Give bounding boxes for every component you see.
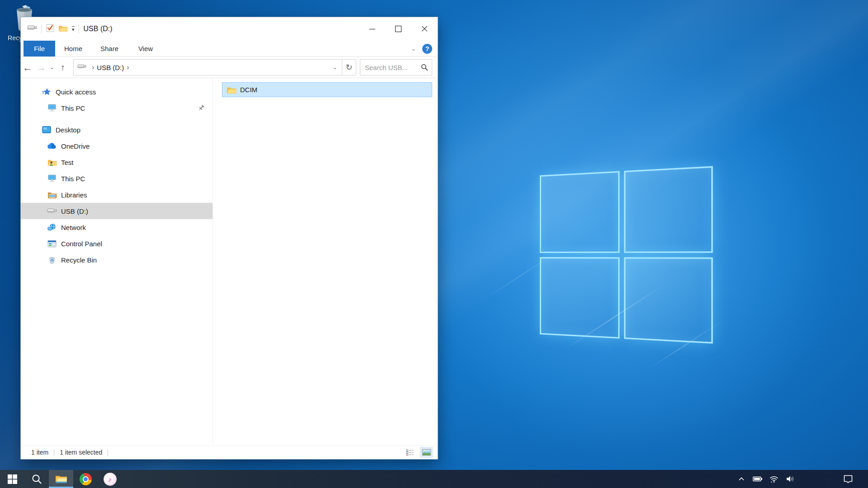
tray-wifi-button[interactable] [766,470,782,488]
address-drive-icon [77,63,86,71]
tab-home[interactable]: Home [55,41,91,56]
windows-logo-pane [540,171,619,253]
wifi-icon [769,474,779,484]
tray-battery-button[interactable] [750,470,766,488]
up-button[interactable]: ↑ [56,63,70,72]
windows-logo-pane [624,257,713,344]
taskbar-file-explorer-button[interactable] [49,470,73,488]
tab-view[interactable]: View [127,41,164,56]
drive-icon [27,25,37,33]
recent-locations-chevron[interactable]: ⌄ [48,64,56,70]
search-box[interactable] [360,59,432,75]
title-bar[interactable]: ▾ USB (D:) [21,17,438,41]
separator [79,24,79,33]
music-note-glyph: ♪ [108,475,112,483]
sidebar-item-network[interactable]: Network [21,219,212,235]
properties-check-icon[interactable] [46,23,54,34]
new-folder-icon[interactable] [58,24,68,34]
windows-logo-pane [540,257,619,339]
action-center-icon [842,473,854,485]
maximize-button[interactable] [385,17,411,41]
address-dropdown-chevron[interactable]: ⌄ [328,64,342,70]
start-button[interactable] [0,470,24,488]
desktop-icon [42,126,52,134]
large-icons-view-button[interactable] [420,447,432,457]
itunes-icon: ♪ [104,473,117,486]
file-explorer-window: ▾ USB (D:) File Home Share View ⌄ ? ← → [20,17,438,460]
windows-start-icon [8,474,17,484]
ribbon-tab-bar: File Home Share View ⌄ ? [21,41,438,57]
sidebar-item-control-panel[interactable]: Control Panel [21,235,212,252]
back-button[interactable]: ← [21,63,34,72]
sidebar-item-onedrive[interactable]: OneDrive [21,138,212,154]
close-button[interactable] [411,17,438,41]
breadcrumb-item[interactable]: USB (D:) [97,64,124,71]
sidebar-item-libraries[interactable]: Libraries [21,187,212,203]
sidebar-item-desktop[interactable]: Desktop [21,122,212,138]
sidebar-item-label: Recycle Bin [61,256,97,264]
refresh-button[interactable]: ↻ [342,59,356,75]
tray-show-hidden-icons-button[interactable] [733,470,750,488]
svg-text:♻: ♻ [50,258,53,263]
tab-share[interactable]: Share [91,41,127,56]
taskbar-search-button[interactable] [24,470,49,488]
thumbnail-view-icon [422,449,431,456]
minimize-button[interactable] [359,17,385,41]
windows-logo-pane [624,166,713,253]
search-input[interactable] [360,64,421,71]
pin-icon [197,104,205,113]
qat-customize-chevron-icon[interactable]: ▾ [72,26,75,32]
folder-icon [226,86,236,94]
chevron-up-icon [737,475,745,483]
sidebar-item-label: Test [61,159,74,166]
taskbar-itunes-button[interactable]: ♪ [98,470,122,488]
sidebar-item-recycle-bin[interactable]: ♻ Recycle Bin [21,252,212,268]
recycle-bin-icon: ♻ [47,256,57,264]
desktop: ♻ Recycle Bin [0,0,868,488]
sidebar-item-label: This PC [61,175,85,183]
details-view-icon [406,449,414,456]
sidebar-item-label: Network [61,224,86,231]
sidebar-item-label: Desktop [56,126,80,134]
control-panel-icon [47,240,57,248]
network-icon [47,223,57,231]
libraries-icon [47,191,57,199]
chrome-icon [80,473,92,485]
user-folder-icon [47,159,57,166]
sidebar-item-label: Libraries [61,191,87,199]
forward-button[interactable]: → [34,63,48,72]
breadcrumb-chevron[interactable]: › [124,63,132,71]
details-view-button[interactable] [404,447,416,457]
expand-ribbon-chevron-icon[interactable]: ⌄ [411,45,416,52]
file-item-dcim[interactable]: DCIM [222,82,432,97]
sidebar-item-label: This PC [61,104,85,112]
windows-logo [540,166,713,344]
navigation-bar: ← → ⌄ ↑ › USB (D:) › ⌄ ↻ [21,57,438,78]
system-tray [733,470,868,488]
onedrive-cloud-icon [47,143,57,149]
quick-access-toolbar: ▾ [21,23,79,34]
help-button[interactable]: ? [422,44,432,54]
sidebar-item-this-pc-pinned[interactable]: This PC [21,100,212,116]
separator [41,24,42,33]
sidebar-item-label: Quick access [56,88,96,96]
tab-file[interactable]: File [24,41,55,56]
separator [54,449,54,456]
search-icon[interactable] [421,64,428,71]
breadcrumb-chevron[interactable]: › [89,63,97,71]
search-icon [32,474,42,484]
window-title: USB (D:) [84,25,113,33]
files-pane[interactable]: DCIM [213,78,438,445]
sidebar-item-test[interactable]: Test [21,154,212,170]
sidebar-item-this-pc[interactable]: This PC [21,170,212,187]
taskbar-chrome-button[interactable] [73,470,98,488]
sidebar-item-quick-access[interactable]: Quick access [21,84,212,100]
action-center-button[interactable] [840,470,856,488]
selection-count: 1 item selected [60,449,102,456]
navigation-pane: Quick access This PC [21,78,213,445]
sidebar-item-usb-d[interactable]: USB (D:) [21,203,212,219]
maximize-icon [395,26,401,32]
tray-volume-button[interactable] [782,470,798,488]
address-bar[interactable]: › USB (D:) › ⌄ [73,59,342,75]
separator [108,449,108,456]
